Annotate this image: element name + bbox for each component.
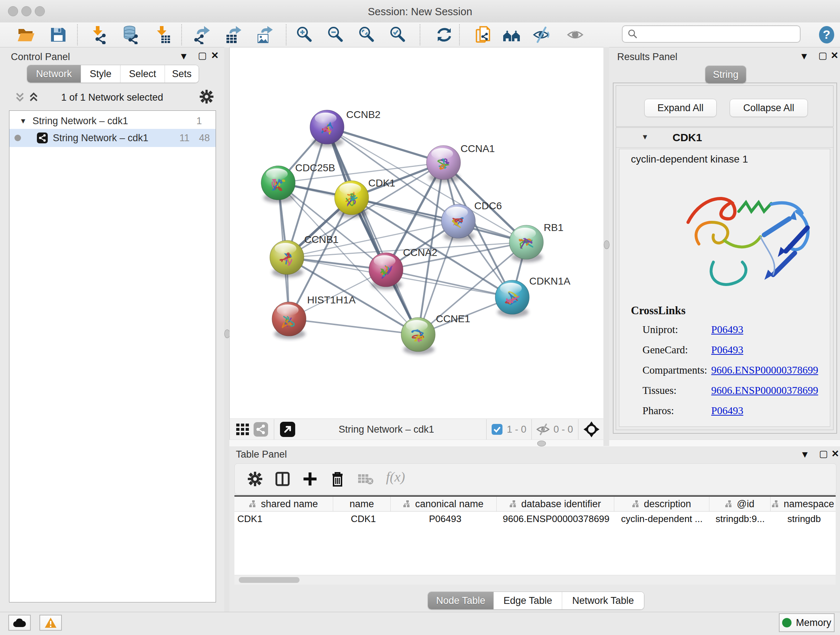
add-column-icon[interactable] bbox=[303, 472, 317, 486]
tab-string[interactable]: String bbox=[706, 66, 746, 83]
help-icon[interactable]: ? bbox=[817, 25, 836, 44]
clone-network-icon[interactable] bbox=[474, 25, 493, 44]
grid-view-icon[interactable] bbox=[236, 424, 249, 435]
network-node-CCNA1[interactable]: CCNA1 bbox=[426, 143, 495, 182]
cell-name[interactable]: CDK1 bbox=[333, 513, 391, 524]
left-splitter[interactable] bbox=[224, 47, 229, 612]
splitter-handle[interactable] bbox=[537, 440, 546, 447]
table-hscrollbar[interactable] bbox=[234, 575, 836, 585]
results-panel-collapse-icon[interactable]: ▼ bbox=[799, 51, 809, 62]
cell-description[interactable]: cyclin-dependent ... bbox=[613, 513, 707, 524]
cell-shared-name[interactable]: CDK1 bbox=[234, 513, 333, 524]
network-share-toggle-icon[interactable] bbox=[254, 422, 268, 437]
section-collapse-icon[interactable]: ▼ bbox=[641, 133, 649, 141]
column-header-database-identifier[interactable]: database identifier bbox=[497, 497, 614, 511]
network-node-CDC25B[interactable]: CDC25B bbox=[261, 162, 335, 203]
network-node-CDC6[interactable]: CDC6 bbox=[441, 200, 502, 241]
warning-button[interactable] bbox=[39, 615, 62, 631]
show-graphics-details-icon[interactable] bbox=[566, 25, 584, 44]
tree-expand-icon[interactable]: ▼ bbox=[19, 117, 27, 125]
memory-button[interactable]: Memory bbox=[779, 613, 835, 632]
network-collection-row[interactable]: ▼ String Network – cdk1 1 bbox=[9, 113, 216, 129]
results-panel-close-icon[interactable]: ✕ bbox=[831, 50, 838, 61]
tab-sets[interactable]: Sets bbox=[165, 65, 199, 82]
column-header-namespace[interactable]: namespace bbox=[771, 497, 836, 511]
tab-style[interactable]: Style bbox=[81, 65, 120, 82]
export-network-icon[interactable] bbox=[192, 25, 210, 44]
scrollbar-thumb[interactable] bbox=[239, 577, 300, 583]
network-row-selected[interactable]: String Network – cdk1 11 48 bbox=[9, 129, 216, 147]
splitter-handle[interactable] bbox=[604, 241, 609, 249]
network-node-CCNB1[interactable]: CCNB1 bbox=[270, 234, 339, 277]
expand-all-button[interactable]: Expand All bbox=[644, 99, 717, 117]
selected-checkbox-icon[interactable] bbox=[492, 424, 502, 435]
zoom-fit-icon[interactable] bbox=[357, 25, 376, 44]
import-table-file-icon[interactable] bbox=[153, 25, 172, 44]
crosslink-pharos[interactable]: P06493 bbox=[711, 405, 744, 417]
protein-section-header[interactable]: ▼ CDK1 bbox=[616, 128, 833, 148]
column-header-id[interactable]: @id bbox=[709, 497, 771, 511]
table-row[interactable]: CDK1 CDK1 P06493 9606.ENSP00000378699 cy… bbox=[234, 511, 836, 526]
tab-node-table[interactable]: Node Table bbox=[428, 592, 494, 609]
column-header-description[interactable]: description bbox=[614, 497, 709, 511]
tab-network[interactable]: Network bbox=[27, 65, 81, 82]
crosslink-uniprot[interactable]: P06493 bbox=[711, 324, 744, 336]
birds-eye-view-icon[interactable] bbox=[584, 421, 600, 437]
cell-id[interactable]: stringdb:9... bbox=[708, 513, 770, 524]
crosslink-genecard[interactable]: P06493 bbox=[711, 344, 744, 356]
cell-namespace[interactable]: stringdb bbox=[769, 513, 836, 524]
show-columns-icon[interactable] bbox=[275, 472, 290, 486]
network-edge[interactable] bbox=[289, 319, 418, 334]
open-file-icon[interactable] bbox=[17, 25, 35, 44]
zoom-selected-icon[interactable] bbox=[388, 25, 407, 44]
search-bar[interactable] bbox=[622, 25, 801, 43]
hide-selected-icon[interactable] bbox=[532, 25, 551, 44]
network-edge[interactable] bbox=[386, 270, 512, 297]
column-header-name[interactable]: name bbox=[333, 497, 391, 511]
table-settings-gear-icon[interactable] bbox=[248, 472, 262, 486]
network-canvas[interactable]: CCNB2CCNA1CDC25BCDK1CDC6RB1CCNB1CCNA2CDK… bbox=[229, 47, 604, 419]
control-panel-float-icon[interactable]: ▢ bbox=[198, 50, 207, 61]
table-panel-float-icon[interactable]: ▢ bbox=[819, 448, 828, 459]
delete-column-icon[interactable] bbox=[330, 471, 345, 487]
view-toolbar: String Network – cdk1 1 - 0 0 - 0 bbox=[229, 418, 604, 440]
string-home-icon[interactable] bbox=[502, 25, 521, 44]
network-node-HIST1H1A[interactable]: HIST1H1A bbox=[272, 295, 355, 339]
results-panel-float-icon[interactable]: ▢ bbox=[818, 50, 827, 61]
export-table-icon[interactable] bbox=[224, 25, 242, 44]
network-node-CDKN1A[interactable]: CDKN1A bbox=[495, 276, 570, 317]
network-edge[interactable] bbox=[327, 127, 444, 163]
crosslink-compartments[interactable]: 9606.ENSP00000378699 bbox=[711, 364, 818, 376]
crosslink-tissues[interactable]: 9606.ENSP00000378699 bbox=[711, 385, 818, 396]
expand-all-networks-icon[interactable] bbox=[28, 91, 39, 103]
network-options-gear-icon[interactable] bbox=[200, 90, 213, 103]
column-header-canonical-name[interactable]: canonical name bbox=[391, 497, 497, 511]
cell-database-identifier[interactable]: 9606.ENSP00000378699 bbox=[496, 513, 613, 524]
control-panel-collapse-icon[interactable]: ▼ bbox=[179, 51, 188, 62]
collapse-all-networks-icon[interactable] bbox=[14, 91, 25, 103]
zoom-out-icon[interactable] bbox=[326, 25, 345, 44]
tab-select[interactable]: Select bbox=[120, 65, 165, 82]
save-session-icon[interactable] bbox=[49, 25, 67, 44]
right-splitter[interactable] bbox=[603, 47, 609, 446]
table-panel-close-icon[interactable]: ✕ bbox=[831, 448, 839, 459]
control-panel-close-icon[interactable]: ✕ bbox=[211, 50, 219, 61]
apply-layout-refresh-icon[interactable] bbox=[435, 25, 454, 44]
network-node-RB1[interactable]: RB1 bbox=[509, 222, 563, 262]
network-node-CCNE1[interactable]: CCNE1 bbox=[401, 313, 470, 355]
zoom-in-icon[interactable] bbox=[295, 25, 314, 44]
column-header-shared-name[interactable]: shared name bbox=[234, 497, 333, 511]
open-in-window-icon[interactable] bbox=[280, 422, 295, 437]
search-input[interactable] bbox=[641, 28, 795, 40]
network-graph[interactable]: CCNB2CCNA1CDC25BCDK1CDC6RB1CCNB1CCNA2CDK… bbox=[230, 48, 604, 419]
network-node-CCNB2[interactable]: CCNB2 bbox=[310, 109, 381, 147]
collapse-all-button[interactable]: Collapse All bbox=[729, 99, 808, 117]
tab-edge-table[interactable]: Edge Table bbox=[494, 592, 562, 609]
export-image-icon[interactable] bbox=[255, 25, 273, 44]
cloud-button[interactable] bbox=[8, 615, 31, 631]
tab-network-table[interactable]: Network Table bbox=[562, 592, 644, 609]
table-panel-collapse-icon[interactable]: ▼ bbox=[800, 449, 810, 460]
import-network-file-icon[interactable] bbox=[89, 25, 108, 44]
cell-canonical-name[interactable]: P06493 bbox=[391, 513, 496, 524]
import-network-database-icon[interactable] bbox=[121, 25, 140, 44]
